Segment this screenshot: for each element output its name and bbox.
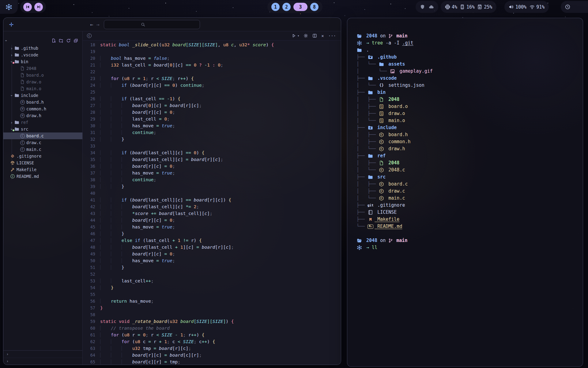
explorer-item-include[interactable]: ›include	[3, 92, 82, 99]
nav-forward-button[interactable]: →	[96, 21, 99, 28]
breadcrumb[interactable]: C ▾ × ···	[83, 31, 341, 40]
explorer-root-section[interactable]: ›	[3, 37, 82, 44]
folder-icon	[379, 62, 384, 67]
folder-icon	[368, 76, 373, 81]
c-file-icon: C	[20, 134, 25, 138]
gear-icon[interactable]	[303, 33, 308, 38]
explorer-item-2048[interactable]: 2048	[3, 65, 82, 72]
snowflake-icon	[6, 4, 12, 10]
launcher-button[interactable]	[0, 0, 18, 14]
run-icon[interactable]	[292, 33, 296, 38]
terminal-text: ref	[375, 152, 386, 159]
code-line-content: else if (last_cell + 1 != r) {	[100, 237, 202, 244]
c-hex-icon: C	[379, 132, 384, 137]
explorer-item-LICENSE[interactable]: LICENSE	[3, 159, 82, 166]
new-file-icon[interactable]	[51, 38, 56, 43]
code-line-61: 61 for (u8 r = 0; r < SIZE - 1; r++) {	[83, 332, 341, 338]
line-number: 65	[83, 358, 95, 365]
wifi-indicator[interactable]: 91%	[530, 4, 545, 10]
skip-forward-button[interactable]	[34, 3, 43, 11]
more-actions-icon[interactable]: ···	[328, 33, 336, 38]
line-number: 64	[83, 352, 95, 358]
close-editor-icon[interactable]: ×	[321, 33, 324, 38]
line-number: 46	[83, 230, 95, 237]
explorer-item-ref[interactable]: ›ref	[3, 119, 82, 126]
folder-src-icon	[14, 127, 19, 132]
explorer-item-README.md[interactable]: README.md	[3, 173, 82, 180]
explorer-item-draw.h[interactable]: Hdraw.h	[3, 112, 82, 119]
chevron-right-icon: ›	[9, 46, 14, 51]
workspace-3-active[interactable]: 3	[293, 3, 307, 11]
terminal-text: ├──	[356, 89, 368, 96]
code-line-content: }	[100, 230, 124, 237]
chevron-down-icon[interactable]: ▾	[297, 34, 299, 37]
folder-github-term-icon	[368, 55, 373, 60]
workspace-2[interactable]: 2	[282, 3, 291, 11]
explorer-item-src[interactable]: ›src	[3, 126, 82, 132]
explorer-item-main.o[interactable]: main.o	[3, 85, 82, 92]
code-line-content: board[r][c] = 0;	[100, 109, 175, 116]
vscode-titlebar[interactable]: ← →	[3, 18, 341, 31]
terminal-text: on	[377, 33, 388, 40]
indicator-value: 100%	[515, 4, 526, 10]
code-line-content: return has_move;	[100, 298, 154, 305]
timeline-panel-header[interactable]: ›	[3, 358, 82, 365]
line-number: 34	[83, 149, 95, 156]
gitignore-icon	[10, 154, 15, 159]
terminal-text: main.o	[386, 117, 405, 124]
collapse-all-icon[interactable]	[74, 38, 78, 43]
code-editor[interactable]: 18static bool _slide_col(u32 board[SIZE]…	[83, 41, 341, 365]
explorer-item-draw.o[interactable]: draw.o	[3, 79, 82, 85]
explorer-item-label: draw.o	[26, 79, 41, 84]
explorer-item-.gitignore[interactable]: .gitignore	[3, 153, 82, 159]
code-line-content: // transpose the board	[100, 325, 170, 332]
terminal-text: │ ├──	[356, 181, 379, 188]
line-number: 18	[83, 41, 95, 48]
explorer-item-board.c[interactable]: Cboard.c	[3, 132, 82, 139]
app-logo-icon	[8, 21, 14, 28]
audio-network[interactable]: 100%91%	[504, 1, 549, 13]
src-marker	[13, 129, 14, 131]
terminal-text: assets	[386, 61, 405, 68]
command-center-search[interactable]	[104, 20, 200, 29]
outline-panel-header[interactable]: ›	[3, 351, 82, 358]
clock[interactable]	[561, 1, 588, 13]
refresh-icon[interactable]	[66, 38, 71, 43]
explorer-item-label: draw.h	[26, 113, 41, 118]
terminal-text: main	[394, 237, 407, 244]
system-tray[interactable]	[416, 1, 438, 13]
c-hex-icon: C	[379, 167, 384, 173]
code-line-content: has_move = true;	[100, 122, 175, 129]
code-line-44: 44 board[r][c] = 0;	[83, 217, 341, 224]
explorer-item-label: bin	[21, 59, 28, 64]
volume-indicator[interactable]: 100%	[509, 4, 526, 10]
workspace-1[interactable]: 1	[271, 3, 280, 11]
vscode-window: ← → › ›.github›.vscode›bin2048board.odra…	[3, 17, 341, 365]
m-letter-icon: M	[368, 216, 373, 223]
explorer-item-board.o[interactable]: board.o	[3, 72, 82, 79]
explorer-item-common.h[interactable]: Hcommon.h	[3, 105, 82, 112]
terminal-content[interactable]: 2048 on main → tree -a -I .git .├── .git…	[347, 18, 583, 366]
terminal-text: board.h	[386, 131, 408, 138]
code-line-content: if (board[last_cell][c] == board[r][c]) …	[100, 197, 231, 203]
explorer-item-main.c[interactable]: Cmain.c	[3, 146, 82, 153]
explorer-item-board.h[interactable]: Hboard.h	[3, 99, 82, 105]
terminal-text: LICENSE	[375, 209, 397, 216]
code-line-33: 33	[83, 143, 341, 149]
code-line-48: 48 board[last_cell + 1][c] = board[r][c]…	[83, 244, 341, 251]
license-icon	[10, 160, 15, 165]
editor-area[interactable]: C ▾ × ··· 18static bool _slide_col(u32 b…	[83, 31, 341, 365]
terminal-line: │ ├── C board.c	[356, 181, 575, 188]
nav-back-button[interactable]: ←	[90, 21, 93, 28]
explorer-item-bin[interactable]: ›bin	[3, 58, 82, 65]
explorer-item-.github[interactable]: ›.github	[3, 45, 82, 52]
explorer-item-draw.c[interactable]: Cdraw.c	[3, 139, 82, 146]
line-number: 25	[83, 89, 95, 95]
explorer-item-.vscode[interactable]: ›.vscode	[3, 52, 82, 58]
search-input[interactable]	[147, 22, 163, 27]
explorer-item-Makefile[interactable]: Makefile	[3, 166, 82, 173]
split-editor-icon[interactable]	[312, 33, 317, 38]
new-folder-icon[interactable]	[59, 38, 63, 43]
skip-back-button[interactable]	[23, 3, 32, 11]
workspace-8[interactable]: 8	[310, 3, 318, 11]
